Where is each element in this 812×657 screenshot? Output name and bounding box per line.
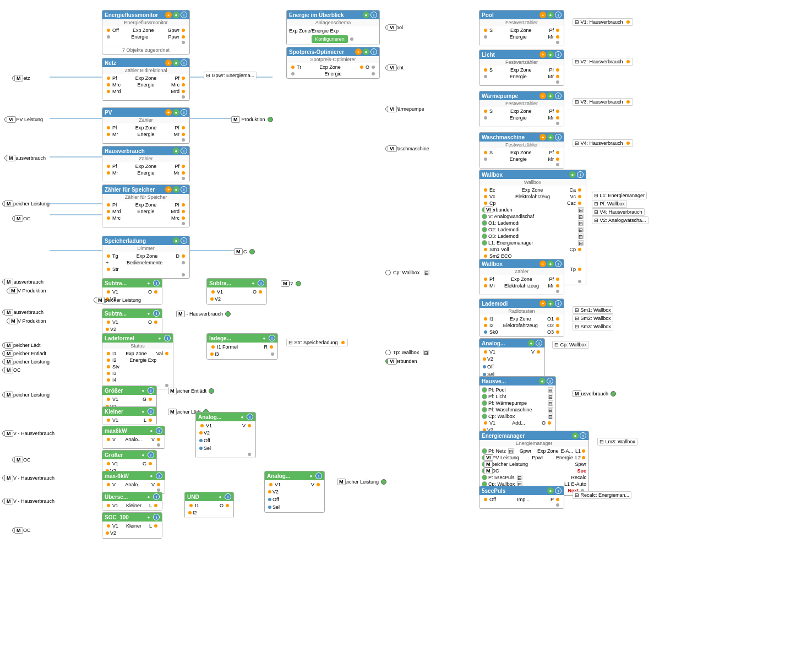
hve-info-icon[interactable]: i xyxy=(547,378,553,384)
lm-sm3-connector[interactable]: ⊟ Sm3: Wallbox xyxy=(573,323,613,330)
kleiner-info-icon[interactable]: i xyxy=(148,408,154,415)
spotpreis-info-icon[interactable]: i xyxy=(370,48,377,55)
fsp-recalc-connector[interactable]: ⊟ Recalc: Energieman... xyxy=(573,491,631,499)
energieflussmonitor-header[interactable]: Energieflussmonitor + ● i xyxy=(102,10,189,19)
hve-wb-connector[interactable]: ⊟ xyxy=(548,414,553,419)
hve-wm-connector[interactable]: ⊟ xyxy=(548,407,553,412)
kleiner-header[interactable]: Kleiner ● i xyxy=(102,407,156,416)
wp-v3-connector[interactable]: ⊟ V3: Hausverbrauch xyxy=(573,98,633,106)
awb-circle-icon[interactable]: ● xyxy=(528,340,535,346)
gpwr-connector[interactable]: ⊟ Gpwr: Energiema... xyxy=(204,72,257,79)
max6kw2-header[interactable]: max-6kW ● i xyxy=(102,471,165,480)
waschmaschine-header[interactable]: Waschmaschine + ● i xyxy=(479,133,564,142)
max6kw2-circle-icon[interactable]: ● xyxy=(148,473,155,479)
analog2-header[interactable]: Analog... ● i xyxy=(265,471,324,480)
spotpreis-plus-icon[interactable]: + xyxy=(355,48,362,55)
fsp-info-icon[interactable]: i xyxy=(555,487,562,494)
wm-v4-connector[interactable]: ⊟ V4: Hausverbrauch xyxy=(573,139,633,147)
pool-header[interactable]: Pool + ● i xyxy=(479,10,564,19)
ladeformel-info-icon[interactable]: i xyxy=(164,335,171,341)
licht-circle-icon[interactable]: ● xyxy=(547,51,554,58)
wbz-plus-icon[interactable]: + xyxy=(539,260,546,267)
subtra2-header[interactable]: Subtra... ● i xyxy=(207,279,266,287)
subtra1-header[interactable]: Subtra... ● i xyxy=(102,279,162,287)
max6kw1-header[interactable]: max6kW ● i xyxy=(102,426,165,435)
netz-circle-icon[interactable]: ● xyxy=(173,59,179,66)
analog-wb-header[interactable]: Analog... ● i xyxy=(479,339,544,347)
lm-circle-icon[interactable]: ● xyxy=(547,300,554,307)
wp-info-icon[interactable]: i xyxy=(555,93,562,99)
em-lm3-connector[interactable]: ⊟ Lm3: Wallbox xyxy=(597,438,637,446)
em-info-icon[interactable]: i xyxy=(580,432,586,439)
wp-circle-icon[interactable]: ● xyxy=(547,93,554,99)
wbz-circle-icon[interactable]: ● xyxy=(547,260,554,267)
netz-info-icon[interactable]: i xyxy=(181,59,187,66)
speicher-zaehler-header[interactable]: Zähler für Speicher + ● i xyxy=(102,185,189,194)
subtra1-info-icon[interactable]: i xyxy=(153,280,160,286)
pv-info-icon[interactable]: i xyxy=(181,109,187,116)
licht-v2-connector[interactable]: ⊟ V2: Hausverbrauch xyxy=(573,58,633,66)
hausverbrauch-header[interactable]: Hausverbrauch ● i xyxy=(102,146,189,155)
em-5sec-connector[interactable]: ⊟ xyxy=(517,475,522,480)
speicherladung-info-icon[interactable]: i xyxy=(181,237,187,244)
pv-plus-icon[interactable]: + xyxy=(165,109,172,116)
analog1-header[interactable]: Analog... ● i xyxy=(196,412,255,421)
subtra2-info-icon[interactable]: i xyxy=(258,280,264,286)
wb-pf-wallbox-connector[interactable]: ⊟ Pf: Wallbox xyxy=(592,200,627,208)
pool-v1-connector[interactable]: ⊟ V1: Hausverbrauch xyxy=(573,18,633,26)
lademodi-header[interactable]: Lademodi + ● i xyxy=(479,299,564,308)
max6kw1-info-icon[interactable]: i xyxy=(156,427,162,434)
em-netz-connector[interactable]: ⊟ xyxy=(508,448,514,454)
subtra1-circle-icon[interactable]: ● xyxy=(145,280,152,286)
analog-wb-cp-connector[interactable]: ⊟ Cp: Wallbox xyxy=(552,341,589,349)
wp-plus-icon[interactable]: + xyxy=(539,93,546,99)
hausve-header[interactable]: Hausve... ● i xyxy=(479,377,555,385)
kleiner-circle-icon[interactable]: ● xyxy=(140,408,146,415)
max6kw2-info-icon[interactable]: i xyxy=(156,473,162,479)
wm-info-icon[interactable]: i xyxy=(555,134,562,140)
spotpreis-header[interactable]: Spotpreis-Optimierer + ● i xyxy=(287,47,379,56)
soc100-circle-icon[interactable]: ● xyxy=(145,514,152,520)
sz-plus-icon[interactable]: + xyxy=(165,186,172,193)
wbz-info-icon[interactable]: i xyxy=(555,260,562,267)
wb-zaehler-header[interactable]: Wallbox + ● i xyxy=(479,259,564,268)
licht-header[interactable]: Licht + ● i xyxy=(479,50,564,59)
licht-plus-icon[interactable]: + xyxy=(539,51,546,58)
analog2-info-icon[interactable]: i xyxy=(315,473,322,479)
speicherladung-circle-icon[interactable]: ● xyxy=(173,237,179,244)
hve-circle-icon[interactable]: ● xyxy=(539,378,546,384)
pool-plus-icon[interactable]: + xyxy=(539,12,546,18)
ladege-header[interactable]: ladege... ● i xyxy=(207,334,277,343)
hv-circle-icon[interactable]: ● xyxy=(173,148,179,154)
und-header[interactable]: UND ● i xyxy=(185,492,233,501)
ubersc-info-icon[interactable]: i xyxy=(153,493,160,500)
grosser1-header[interactable]: Größer ● i xyxy=(102,386,156,395)
licht-info-icon[interactable]: i xyxy=(555,51,562,58)
grosser2-header[interactable]: Größer ● i xyxy=(102,450,156,459)
und-info-icon[interactable]: i xyxy=(225,493,231,500)
wb-dev-circle-icon[interactable]: ● xyxy=(569,171,576,178)
hve-licht-connector[interactable]: ⊟ xyxy=(548,394,553,399)
ladege-circle-icon[interactable]: ● xyxy=(261,335,268,341)
hve-pool-connector[interactable]: ⊟ xyxy=(548,387,553,393)
wb-o3-connector[interactable]: ⊟ xyxy=(578,234,584,239)
wb-analog-connector[interactable]: ⊟ xyxy=(578,214,584,219)
grosser1-circle-icon[interactable]: ● xyxy=(140,387,146,394)
wb-l1-energiemanager-connector[interactable]: ⊟ L1: Energiemanager xyxy=(592,192,647,199)
pool-info-icon[interactable]: i xyxy=(555,12,562,18)
fsp-circle-icon[interactable]: ● xyxy=(547,487,554,494)
max6kw1-circle-icon[interactable]: ● xyxy=(148,427,155,434)
analog1-info-icon[interactable]: i xyxy=(247,414,253,420)
wb-o1-connector[interactable]: ⊟ xyxy=(578,220,584,226)
tp-wb-connector[interactable]: ⊟ xyxy=(423,350,429,355)
analog1-circle-icon[interactable]: ● xyxy=(239,414,246,420)
subtra3-circle-icon[interactable]: ● xyxy=(145,310,152,317)
wb-l1-connector[interactable]: ⊟ xyxy=(578,240,584,246)
wallbox-device-header[interactable]: Wallbox ● i xyxy=(479,170,586,179)
fivesecpuls-header[interactable]: 5secPuls ● i xyxy=(479,486,564,495)
subtra3-header[interactable]: Subtra... ● i xyxy=(102,309,162,318)
pool-circle-icon[interactable]: ● xyxy=(547,12,554,18)
sz-info-icon[interactable]: i xyxy=(181,186,187,193)
energiemanager-header[interactable]: Energiemanager ● i xyxy=(479,431,588,440)
hv-info-icon[interactable]: i xyxy=(181,148,187,154)
